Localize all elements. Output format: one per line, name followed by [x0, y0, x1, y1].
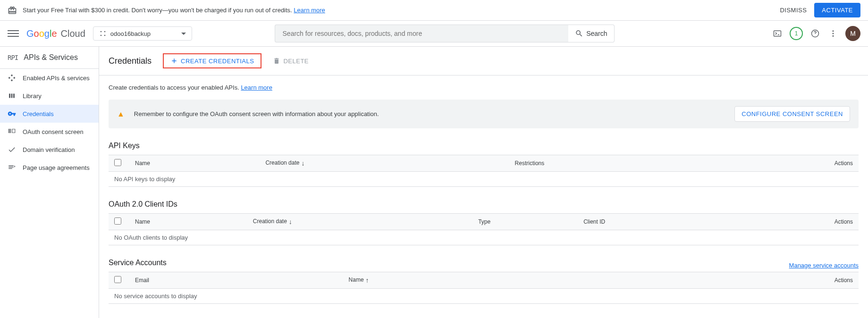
service-table: Email Name↑ Actions No service accounts …: [109, 272, 859, 304]
col-name[interactable]: Name: [129, 155, 260, 172]
sidebar-item-label: OAuth consent screen: [23, 128, 84, 135]
dismiss-button[interactable]: DISMISS: [780, 7, 807, 14]
consent-icon: [8, 127, 16, 136]
svg-rect-4: [774, 31, 781, 36]
intro-learn-more-link[interactable]: Learn more: [241, 84, 272, 91]
svg-point-3: [104, 35, 105, 36]
key-icon: [8, 109, 16, 118]
service-select-all-checkbox[interactable]: [114, 276, 121, 283]
delete-button[interactable]: DELETE: [273, 57, 309, 65]
service-title: Service Accounts: [109, 259, 167, 267]
trash-icon: [273, 57, 280, 65]
col-type[interactable]: Type: [472, 214, 578, 230]
cloud-shell-icon[interactable]: [772, 28, 783, 39]
svg-point-2: [100, 35, 101, 36]
trial-text: Start your Free Trial with $300 in credi…: [23, 7, 325, 14]
sidebar-item-label: Page usage agreements: [23, 164, 90, 171]
topbar: Google Cloud odoo16backup Search 1 M: [0, 21, 868, 47]
col-actions: Actions: [725, 214, 859, 230]
project-icon: [99, 30, 107, 37]
sidebar-item-enabled-apis[interactable]: Enabled APIs & services: [0, 69, 99, 87]
project-name: odoo16backup: [110, 30, 151, 37]
col-actions: Actions: [608, 272, 859, 289]
sidebar: RPI APIs & Services Enabled APIs & servi…: [0, 47, 99, 318]
svg-point-1: [104, 31, 105, 33]
warning-icon: ▲: [117, 110, 125, 118]
oauth-title: OAuth 2.0 Client IDs: [109, 200, 859, 209]
more-icon[interactable]: [827, 28, 839, 39]
sidebar-item-credentials[interactable]: Credentials: [0, 105, 99, 123]
sidebar-item-label: Domain verification: [23, 146, 75, 153]
sidebar-item-label: Enabled APIs & services: [23, 75, 90, 82]
col-name[interactable]: Name: [129, 214, 247, 230]
col-restrictions[interactable]: Restrictions: [509, 155, 711, 172]
search-input[interactable]: [275, 25, 569, 42]
plus-icon: [170, 57, 178, 65]
svg-point-0: [100, 31, 101, 33]
agreements-icon: [8, 163, 16, 172]
sidebar-item-library[interactable]: Library: [0, 87, 99, 105]
col-actions: Actions: [711, 155, 859, 172]
dropdown-caret-icon: [181, 33, 186, 35]
col-creation[interactable]: Creation date↓: [247, 214, 472, 230]
menu-icon[interactable]: [8, 28, 19, 39]
gift-icon: [8, 6, 17, 15]
sort-up-icon: ↑: [366, 276, 369, 284]
avatar[interactable]: M: [845, 26, 860, 41]
col-creation[interactable]: Creation date↓: [260, 155, 509, 172]
library-icon: [8, 92, 16, 100]
warning-banner: ▲ Remember to configure the OAuth consen…: [109, 100, 859, 128]
manage-service-accounts-link[interactable]: Manage service accounts: [789, 262, 859, 269]
configure-consent-button[interactable]: CONFIGURE CONSENT SCREEN: [734, 106, 850, 122]
page-title: Credentials: [109, 56, 152, 66]
api-keys-table: Name Creation date↓ Restrictions Actions…: [109, 155, 859, 187]
warning-text: Remember to configure the OAuth consent …: [134, 110, 379, 117]
oauth-select-all-checkbox[interactable]: [114, 218, 121, 225]
trial-learn-more-link[interactable]: Learn more: [294, 7, 325, 14]
verified-icon: [8, 145, 16, 154]
api-keys-title: API Keys: [109, 142, 859, 150]
search-icon: [575, 29, 583, 38]
col-name[interactable]: Name↑: [343, 272, 608, 289]
col-email[interactable]: Email: [129, 272, 343, 289]
oauth-table: Name Creation date↓ Type Client ID Actio…: [109, 213, 859, 245]
sort-down-icon: ↓: [301, 159, 304, 167]
sidebar-item-label: Library: [23, 92, 42, 100]
sort-down-icon: ↓: [289, 218, 292, 226]
diamond-icon: [8, 74, 16, 82]
table-row-empty: No OAuth clients to display: [109, 230, 859, 245]
google-cloud-logo[interactable]: Google Cloud: [26, 28, 85, 39]
help-icon[interactable]: [809, 28, 821, 39]
intro-text: Create credentials to access your enable…: [109, 84, 859, 91]
sidebar-item-oauth-consent[interactable]: OAuth consent screen: [0, 123, 99, 141]
sidebar-header[interactable]: RPI APIs & Services: [0, 47, 99, 69]
svg-point-6: [832, 30, 834, 32]
project-selector[interactable]: odoo16backup: [93, 26, 192, 41]
sidebar-item-label: Credentials: [23, 110, 54, 117]
table-row-empty: No API keys to display: [109, 172, 859, 187]
activate-button[interactable]: ACTIVATE: [814, 3, 860, 17]
create-credentials-button[interactable]: CREATE CREDENTIALS: [163, 53, 261, 68]
notifications-badge[interactable]: 1: [790, 27, 803, 40]
table-row-empty: No service accounts to display: [109, 289, 859, 304]
svg-point-8: [832, 35, 834, 37]
search-button[interactable]: Search: [568, 25, 614, 42]
svg-point-7: [832, 33, 834, 34]
sidebar-item-domain-verification[interactable]: Domain verification: [0, 141, 99, 159]
content: Credentials CREATE CREDENTIALS DELETE Cr…: [99, 47, 868, 318]
sidebar-item-page-usage[interactable]: Page usage agreements: [0, 159, 99, 176]
api-keys-select-all-checkbox[interactable]: [114, 159, 121, 166]
content-header: Credentials CREATE CREDENTIALS DELETE: [99, 47, 868, 75]
api-icon: RPI: [8, 54, 18, 61]
col-client-id[interactable]: Client ID: [578, 214, 725, 230]
trial-banner: Start your Free Trial with $300 in credi…: [0, 0, 868, 21]
